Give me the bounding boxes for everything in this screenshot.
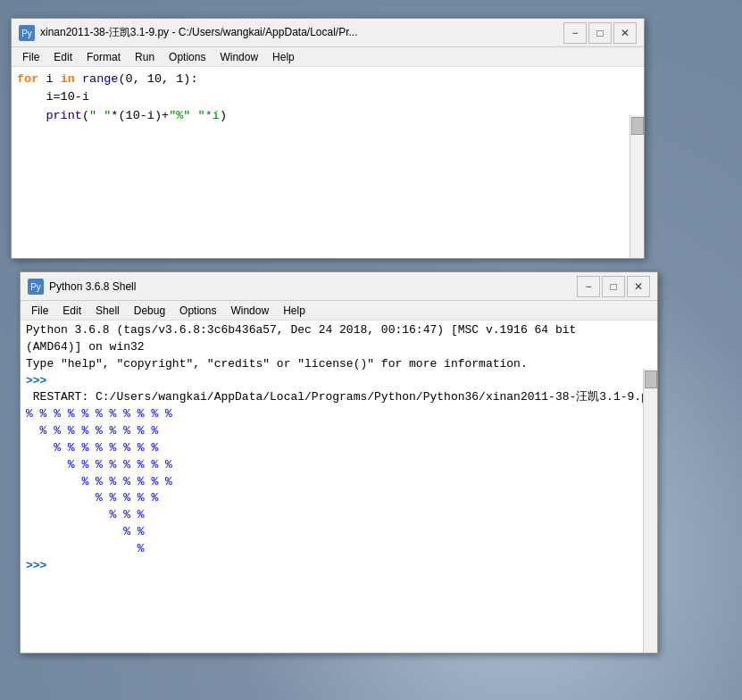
editor-title-bar: Py xinan2011-38-汪凯3.1-9.py - C:/Users/wa… xyxy=(12,19,644,47)
editor-menu-options[interactable]: Options xyxy=(162,49,213,65)
editor-scrollbar[interactable] xyxy=(629,115,644,258)
code-line-3: print(" "*(10-i)+"%" "*i) xyxy=(17,107,638,125)
editor-close-button[interactable]: ✕ xyxy=(613,22,637,44)
shell-maximize-button[interactable]: □ xyxy=(602,276,625,297)
svg-text:Py: Py xyxy=(30,282,41,292)
editor-window-controls[interactable]: − □ ✕ xyxy=(563,22,637,44)
editor-menu-bar: File Edit Format Run Options Window Help xyxy=(12,47,644,67)
percent-row-2: % % % % % % % % % xyxy=(26,423,652,440)
percent-row-4: % % % % % % % % xyxy=(26,457,652,474)
shell-close-button[interactable]: ✕ xyxy=(627,276,650,297)
editor-title: xinan2011-38-汪凯3.1-9.py - C:/Users/wangk… xyxy=(40,25,563,40)
percent-row-9: % xyxy=(26,541,652,558)
shell-output-area[interactable]: Python 3.6.8 (tags/v3.6.8:3c6b436a57, De… xyxy=(21,321,657,653)
shell-title: Python 3.6.8 Shell xyxy=(49,280,577,293)
shell-menu-window[interactable]: Window xyxy=(223,303,276,319)
svg-text:Py: Py xyxy=(21,29,32,38)
shell-scrollbar-thumb[interactable] xyxy=(645,371,657,388)
editor-menu-format[interactable]: Format xyxy=(79,49,128,65)
shell-line-type-help: Type "help", "copyright", "credits" or "… xyxy=(26,356,652,373)
shell-window[interactable]: Py Python 3.6.8 Shell − □ ✕ File Edit Sh… xyxy=(20,271,658,654)
shell-line-version1: Python 3.6.8 (tags/v3.6.8:3c6b436a57, De… xyxy=(26,322,652,339)
editor-menu-help[interactable]: Help xyxy=(265,49,302,65)
editor-menu-file[interactable]: File xyxy=(15,49,46,65)
editor-code-area[interactable]: for i in range(0, 10, 1): i=10-i print("… xyxy=(12,67,644,258)
shell-line-restart: RESTART: C:/Users/wangkai/AppData/Local/… xyxy=(26,389,652,406)
shell-menu-debug[interactable]: Debug xyxy=(127,303,172,319)
percent-row-5: % % % % % % % xyxy=(26,474,652,491)
shell-minimize-button[interactable]: − xyxy=(577,276,600,297)
percent-row-3: % % % % % % % % xyxy=(26,440,652,457)
shell-prompt-1: >>> xyxy=(26,373,652,390)
editor-menu-window[interactable]: Window xyxy=(213,49,265,65)
editor-maximize-button[interactable]: □ xyxy=(588,22,612,44)
percent-row-1: % % % % % % % % % % % xyxy=(26,406,652,423)
shell-menu-file[interactable]: File xyxy=(24,303,55,319)
code-line-1: for i in range(0, 10, 1): xyxy=(17,71,638,88)
editor-icon: Py xyxy=(19,25,35,41)
editor-menu-edit[interactable]: Edit xyxy=(46,49,79,65)
shell-menu-bar: File Edit Shell Debug Options Window Hel… xyxy=(21,301,657,321)
shell-menu-edit[interactable]: Edit xyxy=(55,303,88,319)
percent-row-7: % % % xyxy=(26,507,652,524)
shell-icon: Py xyxy=(28,279,44,295)
editor-window[interactable]: Py xinan2011-38-汪凯3.1-9.py - C:/Users/wa… xyxy=(11,18,645,259)
shell-menu-shell[interactable]: Shell xyxy=(88,303,127,319)
percent-row-6: % % % % % xyxy=(26,490,652,507)
shell-prompt-2: >>> xyxy=(26,558,652,575)
editor-minimize-button[interactable]: − xyxy=(563,22,587,44)
shell-scrollbar[interactable] xyxy=(643,369,657,653)
code-line-2: i=10-i xyxy=(17,88,638,106)
editor-menu-run[interactable]: Run xyxy=(128,49,162,65)
shell-window-controls[interactable]: − □ ✕ xyxy=(577,276,650,297)
shell-menu-help[interactable]: Help xyxy=(276,303,313,319)
editor-scrollbar-thumb[interactable] xyxy=(631,117,644,135)
shell-line-version2: (AMD64)] on win32 xyxy=(26,339,652,356)
percent-row-8: % % xyxy=(26,524,652,541)
shell-title-bar: Py Python 3.6.8 Shell − □ ✕ xyxy=(21,272,657,301)
shell-menu-options[interactable]: Options xyxy=(172,303,223,319)
